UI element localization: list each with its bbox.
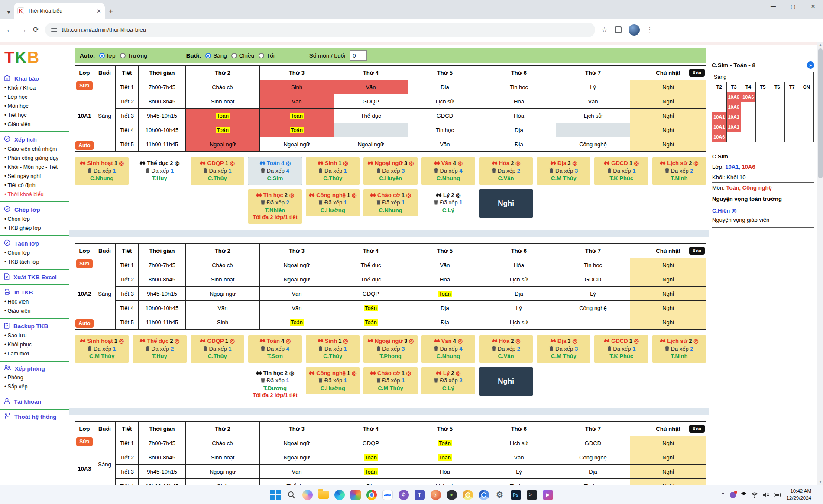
timetable-cell[interactable]: Toán [334,315,408,330]
scroll-down-icon[interactable]: ▼ [817,479,823,485]
sidebar-item[interactable]: Giáo viên [0,120,69,129]
sidebar-item[interactable]: Set ngày nghỉ [0,171,69,181]
mini-grid-cell[interactable] [741,112,756,122]
sidebar-item[interactable]: Khối - Môn học - Tiết [0,162,69,171]
new-tab-button[interactable]: + [105,5,117,17]
view-icon[interactable]: ◎ [406,192,411,198]
timetable-cell[interactable]: Nghỉ [630,137,706,152]
timetable-cell[interactable]: Văn [260,301,334,315]
mini-grid-cell[interactable] [799,112,814,122]
mini-grid-cell[interactable] [770,102,785,112]
timetable-cell[interactable]: Văn [260,287,334,301]
sidebar-section-title-3[interactable]: Tách lớp [0,239,69,247]
sidebar-item[interactable]: Lớp học [0,92,69,101]
auto-radio[interactable] [120,53,126,58]
trash-icon[interactable] [87,346,92,352]
timetable-cell[interactable]: Chào cờ [186,258,260,272]
sidebar-item[interactable]: Phòng [0,373,69,382]
trash-icon[interactable] [87,168,92,174]
timetable-cell[interactable]: Ngoại ngữ [186,137,260,152]
delete-button[interactable]: Xóa [689,69,705,77]
view-icon[interactable]: ◎ [634,160,638,166]
subject-chip[interactable]: Công nghệ1 ◎ Đã xếp 1C.Hường [306,189,360,217]
timetable-cell[interactable]: Nghỉ [630,287,706,301]
mini-grid-cell[interactable] [799,92,814,102]
subject-chip[interactable]: Lịch sử2 ◎ Đã xếp 2T.Ninh [652,335,706,363]
subject-chip[interactable]: Công nghệ1 ◎ Đã xếp 1C.Hường [306,367,360,395]
trash-icon[interactable] [376,168,381,174]
timetable-cell[interactable]: Ngoại ngữ [260,137,334,152]
garageband-icon[interactable]: ♪ [430,489,442,501]
sidebar-item[interactable]: Làm mới [0,349,69,358]
viber-icon[interactable]: ✆ [398,489,410,501]
minimize-button[interactable]: — [763,0,783,13]
teacher-class-link-2[interactable]: 10A6 [742,164,755,170]
mini-grid-cell[interactable] [741,122,756,132]
reload-icon[interactable]: ⟳ [33,25,39,34]
timetable-cell[interactable]: Nghỉ [630,272,706,287]
sidebar-item[interactable]: Khôi phục [0,340,69,349]
mini-grid-cell[interactable] [755,112,770,122]
timetable-cell[interactable]: Tin học [408,123,482,137]
timetable-cell[interactable]: Lý [482,301,556,315]
timetable-cell[interactable]: Nghỉ [630,315,706,330]
dropbox-tray-icon[interactable] [741,492,746,498]
trash-icon[interactable] [492,168,496,174]
timetable-cell[interactable]: Nghỉ [630,80,706,94]
subject-chip[interactable]: Toán4 ◎ Đã xếp 4C.Sim [248,157,302,185]
view-icon[interactable]: ◎ [286,338,291,344]
view-icon[interactable]: ◎ [409,338,414,344]
trash-icon[interactable] [261,377,265,384]
mini-grid-cell[interactable]: 10A1 [726,122,741,132]
mini-grid-cell[interactable] [770,112,785,122]
timetable-cell[interactable]: Lịch sử [482,436,556,450]
timetable-cell[interactable]: Lịch sử [556,109,630,123]
media-app-icon[interactable]: ▶ [542,489,554,501]
timetable-cell[interactable]: Ngoại ngữ [260,450,334,465]
timetable-cell[interactable]: Toán [334,465,408,479]
view-icon[interactable]: ◎ [286,160,291,166]
trash-icon[interactable] [146,168,150,174]
edit-button[interactable]: Sửa [76,259,92,268]
timetable-cell[interactable]: Sinh hoạt [186,450,260,465]
zalo-icon[interactable]: Zalo [382,489,394,501]
timetable-cell[interactable]: GDQP [334,436,408,450]
view-icon[interactable]: ◎ [230,160,235,166]
timetable-cell[interactable]: Tin học [482,80,556,94]
mini-grid-cell[interactable]: 10A6 [726,102,741,112]
file-explorer-icon[interactable] [318,489,330,501]
timetable-cell[interactable]: Địa [408,315,482,330]
windows-start-icon[interactable] [269,489,282,501]
sidebar-item[interactable]: Sắp xếp [0,382,69,391]
timetable-cell[interactable]: Địa [482,123,556,137]
sidebar-section-title-4[interactable]: Xuất TKB Excel [0,273,69,281]
tab-search-chevron-icon[interactable]: ▼ [3,6,14,19]
timetable-cell[interactable]: Thể dục [334,272,408,287]
subject-chip[interactable]: Tin học2 ◎ Đã xếp 2T.NhiênTối đa 2 lớp/1… [248,189,302,224]
view-icon[interactable]: ◎ [406,370,411,376]
timetable-cell[interactable] [556,315,630,330]
timetable-cell[interactable]: Thể dục [334,109,408,123]
teacher-class-link-1[interactable]: 10A1 [725,164,739,170]
timetable-cell[interactable]: GDQP [334,94,408,109]
url-bar[interactable]: tkb.com.vn/admin/thoi-khoa-bieu [45,23,595,37]
timetable-cell[interactable]: Công nghệ [556,301,630,315]
timetable-cell[interactable]: Toán [334,301,408,315]
edit-button[interactable]: Sửa [76,437,92,446]
mini-grid-cell[interactable]: 10A1 [712,122,727,132]
subject-chip[interactable]: Sinh hoạt1 ◎ Đã xếp 1C.Nhung [75,157,129,185]
mini-grid-cell[interactable] [784,122,799,132]
timetable-cell[interactable]: Văn [408,137,482,152]
subject-chip[interactable]: Lý2 ◎ Đã xếp 2C.Lý [421,367,475,395]
close-button[interactable]: ✕ [803,0,823,13]
edge-icon[interactable] [334,489,346,501]
mini-grid-cell[interactable] [770,92,785,102]
session-radio[interactable] [231,53,237,58]
timetable-cell[interactable]: Ngoại ngữ [260,436,334,450]
session-option[interactable]: Sáng [201,52,227,59]
auto-button[interactable]: Auto [75,141,93,150]
view-icon[interactable]: ◎ [343,338,348,344]
subject-chip[interactable]: Hóa2 ◎ Đã xếp 2C.Vân [479,157,533,185]
trash-icon[interactable] [261,346,265,352]
view-icon[interactable]: ◎ [289,370,294,376]
